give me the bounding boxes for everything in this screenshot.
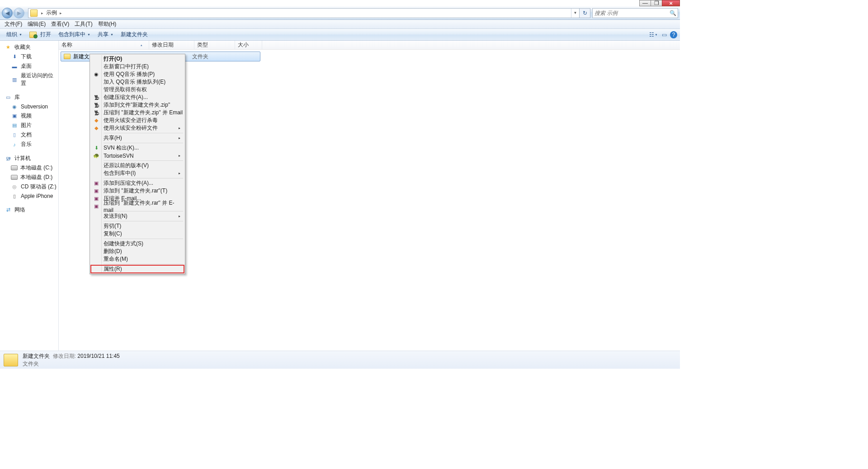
share-button[interactable]: 共享▼ (94, 29, 117, 40)
column-label: 大小 (238, 41, 249, 49)
sidebar-cd-drive[interactable]: ◎CD 驱动器 (Z:) (0, 182, 58, 192)
sidebar-network[interactable]: ⇄网络 (0, 205, 58, 215)
preview-pane-button[interactable]: ▭ (659, 30, 669, 39)
ctx-huorong-scan[interactable]: ◆使用火绒安全进行杀毒 (91, 117, 184, 124)
ctx-copy[interactable]: 复制(C) (91, 230, 184, 238)
ctx-add-to-zip[interactable]: 🗜添加到文件"新建文件夹.zip" (91, 101, 184, 109)
sidebar-label: 网络 (14, 206, 25, 214)
view-grid-icon: ☷ (649, 32, 654, 38)
sidebar-recent[interactable]: ▥最近访问的位置 (0, 71, 58, 88)
sidebar-drive-c[interactable]: 本地磁盘 (C:) (0, 163, 58, 173)
minimize-button[interactable]: — (639, 0, 651, 6)
ctx-add-to-rar[interactable]: ▣添加到 "新建文件夹.rar"(T) (91, 187, 184, 195)
ctx-qq-queue[interactable]: 加入 QQ音乐 播放队列(E) (91, 78, 184, 86)
ctx-zip-and-email[interactable]: 🗜压缩到 "新建文件夹.zip" 并 Email (91, 109, 184, 117)
column-date[interactable]: 修改日期 (149, 41, 194, 49)
dropdown-icon: ▼ (19, 33, 22, 36)
zip-icon: 🗜 (93, 102, 100, 109)
sidebar-subversion[interactable]: ◉Subversion (0, 102, 58, 111)
help-icon: ? (672, 32, 675, 38)
search-icon[interactable]: 🔍 (668, 10, 678, 16)
tortoise-icon: 🐢 (93, 152, 100, 159)
ctx-create-shortcut[interactable]: 创建快捷方式(S) (91, 240, 184, 248)
dropdown-icon: ▼ (110, 33, 113, 36)
sidebar: ★收藏夹 ⬇下载 ▬桌面 ▥最近访问的位置 ▭库 ◉Subversion ▣视频… (0, 41, 59, 351)
sidebar-iphone[interactable]: ▯Apple iPhone (0, 192, 58, 201)
ctx-cut[interactable]: 剪切(T) (91, 222, 184, 230)
help-button[interactable]: ? (670, 31, 677, 38)
forward-button[interactable]: ▶ (14, 8, 24, 19)
ctx-restore-previous[interactable]: 还原以前的版本(V) (91, 162, 184, 169)
ctx-qq-play[interactable]: ◉使用 QQ音乐 播放(P) (91, 70, 184, 78)
include-library-button[interactable]: 包含到库中▼ (55, 29, 94, 40)
ctx-tortoisesvn[interactable]: 🐢TortoiseSVN▸ (91, 152, 184, 159)
document-icon: ▯ (11, 131, 18, 139)
toolbar: 组织▼ 打开 包含到库中▼ 共享▼ 新建文件夹 ☷▼ ▭ ? (0, 29, 680, 41)
sidebar-downloads[interactable]: ⬇下载 (0, 52, 58, 61)
ctx-include-library[interactable]: 包含到库中(I)▸ (91, 169, 184, 177)
maximize-button[interactable]: ❐ (651, 0, 662, 6)
details-date-value: 2019/10/21 11:45 (77, 353, 119, 359)
forward-arrow-icon: ▶ (17, 10, 21, 16)
menu-view[interactable]: 查看(V) (48, 19, 72, 29)
menu-file[interactable]: 文件(F) (2, 19, 25, 29)
ctx-label: 管理员取得所有权 (104, 86, 147, 94)
refresh-button[interactable]: ↻ (580, 8, 590, 18)
ctx-svn-checkout[interactable]: ⬇SVN 检出(K)... (91, 144, 184, 152)
column-size[interactable]: 大小 (235, 41, 262, 49)
ctx-properties[interactable]: 属性(R) (90, 265, 184, 273)
back-button[interactable]: ◀ (2, 8, 13, 19)
sidebar-music[interactable]: ♪音乐 (0, 140, 58, 149)
maximize-icon: ❐ (654, 0, 659, 6)
ctx-rar-and-email[interactable]: ▣压缩到 "新建文件夹.rar" 并 E-mail (91, 202, 184, 210)
sidebar-label: CD 驱动器 (Z:) (21, 183, 57, 191)
sidebar-desktop[interactable]: ▬桌面 (0, 61, 58, 71)
search-box[interactable]: 🔍 (592, 8, 678, 18)
ctx-create-archive[interactable]: 🗜创建压缩文件(A)... (91, 94, 184, 101)
menu-edit[interactable]: 编辑(E) (25, 19, 48, 29)
new-folder-button[interactable]: 新建文件夹 (117, 29, 151, 40)
search-input[interactable] (593, 10, 668, 16)
column-label: 修改日期 (152, 41, 174, 49)
ctx-label: 创建压缩文件(A)... (104, 94, 148, 101)
sidebar-label: Apple iPhone (21, 193, 53, 199)
sidebar-libraries[interactable]: ▭库 (0, 93, 58, 102)
ctx-open[interactable]: 打开(O) (91, 55, 184, 63)
ctx-rename[interactable]: 重命名(M) (91, 255, 184, 263)
ctx-label: 加入 QQ音乐 播放队列(E) (104, 78, 165, 86)
sidebar-favorites[interactable]: ★收藏夹 (0, 42, 58, 52)
sidebar-label: 计算机 (14, 155, 31, 162)
dropdown-icon: ▼ (87, 33, 90, 36)
ctx-send-to[interactable]: 发送到(N)▸ (91, 212, 184, 220)
breadcrumb[interactable]: ▸ 示例 ▸ ▼ (28, 8, 580, 18)
sidebar-computer[interactable]: 🖳计算机 (0, 154, 58, 163)
menu-tools[interactable]: 工具(T) (72, 19, 95, 29)
column-type[interactable]: 类型 (194, 41, 235, 49)
ctx-delete[interactable]: 删除(D) (91, 248, 184, 255)
new-folder-label: 新建文件夹 (121, 31, 148, 38)
view-mode-button[interactable]: ☷▼ (648, 30, 658, 39)
sidebar-drive-d[interactable]: 本地磁盘 (D:) (0, 173, 58, 182)
menu-help[interactable]: 帮助(H) (95, 19, 119, 29)
ctx-huorong-shred[interactable]: ◆使用火绒安全粉碎文件▸ (91, 124, 184, 132)
breadcrumb-item[interactable]: 示例 (45, 9, 58, 17)
ctx-share[interactable]: 共享(H)▸ (91, 134, 184, 142)
details-type: 文件夹 (23, 361, 39, 367)
ctx-label: 重命名(M) (104, 255, 128, 263)
sidebar-documents[interactable]: ▯文档 (0, 130, 58, 140)
ctx-open-new-window[interactable]: 在新窗口中打开(E) (91, 63, 184, 70)
ctx-admin-own[interactable]: 管理员取得所有权 (91, 86, 184, 94)
submenu-arrow-icon: ▸ (179, 154, 180, 158)
refresh-icon: ↻ (583, 10, 587, 16)
ctx-label: 压缩到 "新建文件夹.rar" 并 E-mail (104, 199, 184, 213)
close-button[interactable]: ✕ (662, 0, 680, 6)
breadcrumb-dropdown[interactable]: ▼ (571, 9, 579, 18)
ctx-add-to-archive[interactable]: ▣添加到压缩文件(A)... (91, 179, 184, 187)
organize-button[interactable]: 组织▼ (3, 29, 26, 40)
open-button[interactable]: 打开 (26, 29, 55, 40)
sidebar-videos[interactable]: ▣视频 (0, 111, 58, 121)
network-icon: ⇄ (5, 206, 12, 214)
sidebar-pictures[interactable]: ▤图片 (0, 121, 58, 130)
column-name[interactable]: 名称▴ (59, 41, 149, 49)
ctx-label: 发送到(N) (104, 212, 127, 220)
